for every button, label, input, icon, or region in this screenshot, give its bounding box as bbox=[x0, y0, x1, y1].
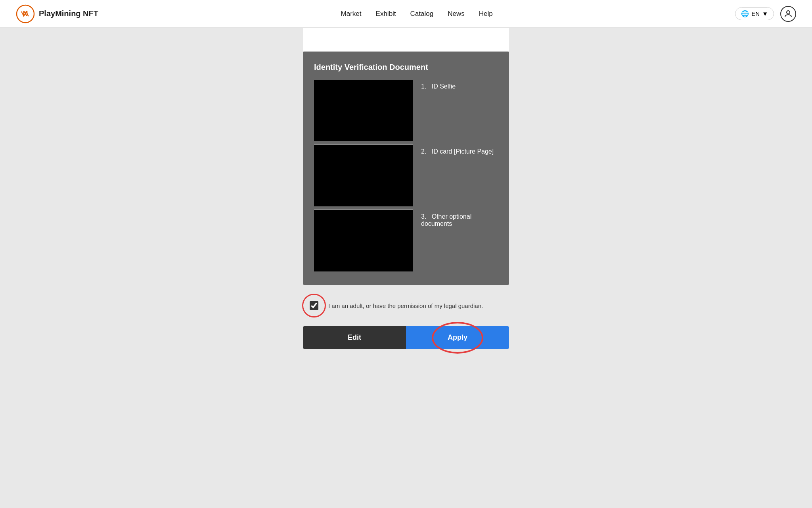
nav-help[interactable]: Help bbox=[479, 10, 493, 18]
main-content: Identity Verification Document 1. ID Sel… bbox=[0, 28, 812, 373]
adult-checkbox-label[interactable]: I am an adult, or have the permission of… bbox=[328, 302, 483, 309]
doc-item-1: 1. ID Selfie bbox=[314, 80, 498, 141]
buttons-row: Edit Apply bbox=[303, 326, 509, 349]
page-container: Identity Verification Document 1. ID Sel… bbox=[303, 28, 509, 349]
checkbox-area: I am an adult, or have the permission of… bbox=[303, 296, 509, 315]
language-selector[interactable]: 🌐 EN ▼ bbox=[735, 7, 774, 20]
language-label: EN bbox=[751, 10, 760, 17]
document-title: Identity Verification Document bbox=[314, 63, 498, 72]
doc-item-3: 3. Other optional documents bbox=[314, 210, 498, 271]
doc-image-2 bbox=[314, 145, 413, 206]
user-avatar[interactable] bbox=[780, 6, 796, 22]
logo-area[interactable]: N PlayMining NFT bbox=[16, 4, 98, 23]
doc-text-3: Other optional documents bbox=[421, 213, 471, 227]
header-right: 🌐 EN ▼ bbox=[735, 6, 796, 22]
document-card: Identity Verification Document 1. ID Sel… bbox=[303, 52, 509, 285]
chevron-down-icon: ▼ bbox=[762, 10, 768, 17]
doc-number-3: 3. bbox=[421, 213, 426, 220]
top-white-bar bbox=[303, 28, 509, 52]
doc-text-2: ID card [Picture Page] bbox=[432, 148, 494, 155]
apply-button-wrapper: Apply bbox=[406, 326, 509, 349]
svg-point-2 bbox=[787, 11, 790, 14]
nav-news[interactable]: News bbox=[448, 10, 465, 18]
logo-text: PlayMining NFT bbox=[39, 9, 98, 18]
globe-icon: 🌐 bbox=[741, 10, 749, 17]
apply-button[interactable]: Apply bbox=[406, 326, 509, 349]
checkbox-highlight-circle bbox=[302, 294, 326, 318]
checkbox-wrapper bbox=[304, 296, 324, 315]
user-icon bbox=[783, 9, 793, 19]
edit-button[interactable]: Edit bbox=[303, 326, 406, 349]
doc-number-2: 2. bbox=[421, 148, 426, 155]
doc-number-1: 1. bbox=[421, 83, 426, 90]
doc-label-1: 1. ID Selfie bbox=[421, 80, 456, 90]
doc-label-3: 3. Other optional documents bbox=[421, 210, 498, 227]
doc-image-3 bbox=[314, 210, 413, 271]
nav-market[interactable]: Market bbox=[341, 10, 362, 18]
header: N PlayMining NFT Market Exhibit Catalog … bbox=[0, 0, 812, 28]
doc-image-1 bbox=[314, 80, 413, 141]
nav-catalog[interactable]: Catalog bbox=[410, 10, 434, 18]
logo-icon: N bbox=[16, 4, 35, 23]
main-nav: Market Exhibit Catalog News Help bbox=[341, 10, 493, 18]
nav-exhibit[interactable]: Exhibit bbox=[376, 10, 396, 18]
doc-text-1: ID Selfie bbox=[432, 83, 456, 90]
doc-label-2: 2. ID card [Picture Page] bbox=[421, 145, 494, 155]
doc-item-2: 2. ID card [Picture Page] bbox=[314, 145, 498, 206]
